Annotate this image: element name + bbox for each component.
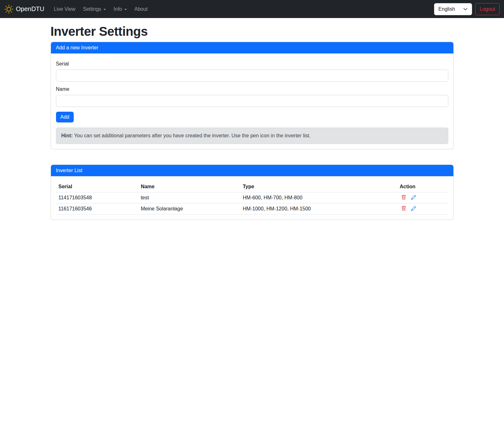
add-button[interactable]: Add <box>56 112 74 122</box>
hint-label: Hint: <box>61 133 73 138</box>
nav-info[interactable]: Info <box>111 4 129 15</box>
navbar-left: OpenDTU Live View Settings Info About <box>4 4 152 15</box>
table-header-row: Serial Name Type Action <box>56 181 448 192</box>
actions-cell <box>397 203 448 215</box>
name-label: Name <box>56 86 448 92</box>
serial-cell: 114171603548 <box>56 192 138 203</box>
hint-alert: Hint: You can set additional parameters … <box>56 128 448 144</box>
name-cell: test <box>138 192 240 203</box>
sun-icon <box>4 5 13 14</box>
add-inverter-card-header: Add a new Inverter <box>51 42 453 53</box>
language-selected-value: English <box>439 6 455 12</box>
caret-down-icon <box>103 9 106 10</box>
brand-label: OpenDTU <box>16 5 44 13</box>
nav-about-label: About <box>134 6 148 12</box>
serial-input[interactable] <box>56 70 448 82</box>
column-header-serial: Serial <box>56 181 138 192</box>
chevron-down-icon <box>463 7 468 11</box>
nav-about[interactable]: About <box>132 4 150 15</box>
serial-label: Serial <box>56 61 448 67</box>
main-content: Inverter Settings Add a new Inverter Ser… <box>51 24 454 220</box>
column-header-action: Action <box>397 181 448 192</box>
table-row: 116171603546 Meine Solaranlage HM-1000, … <box>56 203 448 215</box>
add-inverter-card-body: Serial Name Add Hint: You can set additi… <box>51 53 453 149</box>
edit-inverter-icon[interactable] <box>409 195 418 200</box>
nav-items: Live View Settings Info About <box>50 4 152 15</box>
language-select[interactable]: English <box>434 3 472 15</box>
column-header-type: Type <box>240 181 397 192</box>
page-title: Inverter Settings <box>51 24 454 39</box>
nav-settings-label: Settings <box>83 6 101 12</box>
brand-link[interactable]: OpenDTU <box>4 5 44 14</box>
nav-live-view[interactable]: Live View <box>51 4 78 15</box>
edit-inverter-icon[interactable] <box>409 206 418 211</box>
navbar-right: English Logout <box>434 3 500 15</box>
nav-settings[interactable]: Settings <box>80 4 109 15</box>
delete-inverter-icon[interactable] <box>400 195 408 200</box>
table-row: 114171603548 test HM-600, HM-700, HM-800 <box>56 192 448 203</box>
logout-button[interactable]: Logout <box>475 3 500 15</box>
navbar: OpenDTU Live View Settings Info About En… <box>0 0 504 18</box>
inverter-list-card: Inverter List Serial Name Type Action 11… <box>51 165 454 220</box>
serial-cell: 116171603546 <box>56 203 138 215</box>
inverter-list-card-body: Serial Name Type Action 114171603548 tes… <box>51 176 453 220</box>
name-input[interactable] <box>56 95 448 107</box>
hint-text: You can set additional parameters after … <box>73 133 311 138</box>
actions-cell <box>397 192 448 203</box>
delete-inverter-icon[interactable] <box>400 206 408 211</box>
nav-info-label: Info <box>114 6 122 12</box>
type-cell: HM-1000, HM-1200, HM-1500 <box>240 203 397 215</box>
column-header-name: Name <box>138 181 240 192</box>
nav-live-view-label: Live View <box>54 6 75 12</box>
inverter-list-card-header: Inverter List <box>51 165 453 176</box>
inverter-table: Serial Name Type Action 114171603548 tes… <box>56 181 448 215</box>
type-cell: HM-600, HM-700, HM-800 <box>240 192 397 203</box>
name-cell: Meine Solaranlage <box>138 203 240 215</box>
add-inverter-card: Add a new Inverter Serial Name Add Hint:… <box>51 42 454 149</box>
caret-down-icon <box>124 9 127 10</box>
